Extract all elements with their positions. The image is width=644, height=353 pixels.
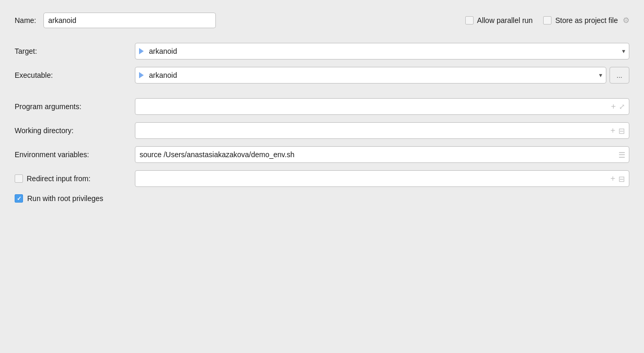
program-args-label: Program arguments:	[15, 102, 135, 111]
program-args-input[interactable]	[135, 98, 629, 115]
env-vars-document-icon[interactable]: ☰	[618, 151, 625, 159]
run-root-label[interactable]: Run with root privileges	[27, 194, 104, 203]
allow-parallel-label[interactable]: Allow parallel run	[465, 16, 533, 25]
target-content: arkanoid ▾	[135, 43, 629, 60]
run-root-row: Run with root privileges	[15, 194, 629, 203]
target-label: Target:	[15, 47, 135, 55]
env-vars-input[interactable]	[135, 146, 629, 163]
store-project-label[interactable]: Store as project file ⚙	[543, 16, 629, 25]
program-args-row: Program arguments: + ⤢	[15, 98, 629, 115]
executable-label: Executable:	[15, 71, 135, 79]
working-dir-content: + ⊟	[135, 122, 629, 139]
store-project-text: Store as project file	[555, 16, 618, 25]
store-project-checkbox[interactable]	[543, 16, 551, 25]
executable-content: arkanoid ▾ ...	[135, 67, 629, 84]
target-select[interactable]: arkanoid	[135, 43, 629, 60]
gear-icon[interactable]: ⚙	[623, 16, 629, 25]
program-args-content: + ⤢	[135, 98, 629, 115]
program-args-input-wrapper: + ⤢	[135, 98, 629, 115]
target-dropdown-wrapper: arkanoid ▾	[135, 43, 629, 60]
executable-browse-button[interactable]: ...	[610, 67, 629, 84]
env-vars-label: Environment variables:	[15, 150, 135, 159]
executable-select[interactable]: arkanoid	[135, 67, 606, 84]
name-label: Name:	[15, 16, 36, 25]
redirect-folder-icon[interactable]: ⊟	[618, 175, 625, 183]
name-input[interactable]	[43, 13, 216, 28]
target-row: Target: arkanoid ▾	[15, 43, 629, 60]
program-args-expand-icon[interactable]: ⤢	[619, 103, 625, 110]
program-args-add-icon[interactable]: +	[611, 102, 616, 111]
working-dir-label: Working directory:	[15, 126, 135, 135]
redirect-content: + ⊟	[135, 170, 629, 187]
header-row: Name: Allow parallel run Store as projec…	[15, 13, 629, 28]
working-dir-row: Working directory: + ⊟	[15, 122, 629, 139]
redirect-input[interactable]	[135, 170, 629, 187]
redirect-checkbox[interactable]	[15, 174, 23, 183]
redirect-row: Redirect input from: + ⊟	[15, 170, 629, 187]
redirect-input-wrapper: + ⊟	[135, 170, 629, 187]
redirect-add-icon[interactable]: +	[611, 174, 615, 183]
working-dir-folder-icon[interactable]: ⊟	[618, 127, 625, 135]
redirect-label-text: Redirect input from:	[27, 174, 90, 183]
redirect-label-wrapper: Redirect input from:	[15, 174, 135, 183]
working-dir-add-icon[interactable]: +	[611, 126, 615, 135]
working-dir-input-wrapper: + ⊟	[135, 122, 629, 139]
env-vars-input-wrapper: ☰	[135, 146, 629, 163]
allow-parallel-checkbox[interactable]	[465, 16, 474, 25]
run-root-checkbox[interactable]	[15, 194, 23, 203]
executable-row: Executable: arkanoid ▾ ...	[15, 67, 629, 84]
allow-parallel-text: Allow parallel run	[477, 16, 533, 25]
executable-dropdown-wrapper: arkanoid ▾	[135, 67, 606, 84]
working-dir-input[interactable]	[135, 122, 629, 139]
env-vars-actions: ☰	[618, 151, 625, 159]
header-options: Allow parallel run Store as project file…	[465, 16, 629, 25]
env-vars-row: Environment variables: ☰	[15, 146, 629, 163]
env-vars-content: ☰	[135, 146, 629, 163]
